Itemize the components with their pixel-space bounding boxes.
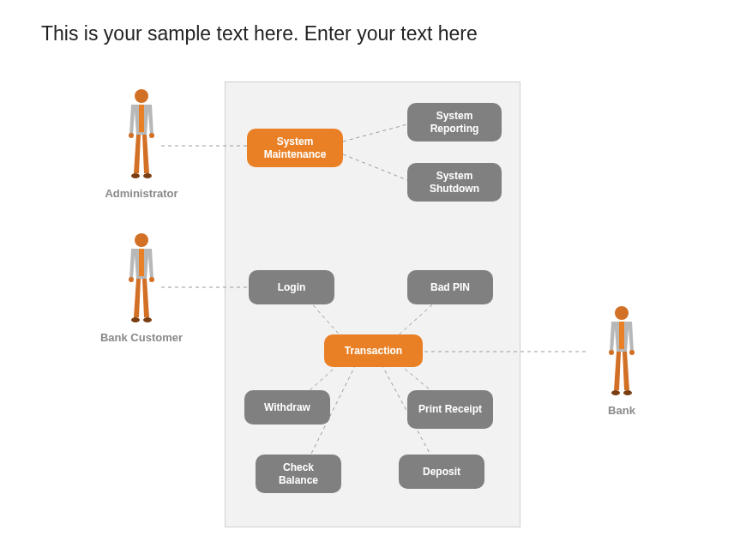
- node-transaction: Transaction: [324, 334, 423, 367]
- actor-label: Bank Customer: [94, 331, 189, 344]
- svg-point-20: [143, 317, 152, 322]
- node-check-balance: Check Balance: [256, 455, 341, 493]
- svg-point-19: [131, 317, 140, 322]
- svg-rect-18: [139, 249, 144, 276]
- person-icon: [121, 87, 162, 182]
- svg-rect-24: [619, 322, 624, 349]
- actor-administrator: Administrator: [94, 87, 189, 200]
- actor-bank-customer: Bank Customer: [94, 232, 189, 344]
- svg-point-26: [623, 390, 632, 395]
- svg-point-14: [143, 173, 152, 178]
- svg-point-28: [629, 350, 635, 355]
- node-deposit: Deposit: [399, 455, 484, 489]
- svg-point-17: [135, 233, 148, 247]
- node-print-receipt: Print Receipt: [407, 390, 493, 429]
- actor-bank: Bank: [575, 304, 669, 417]
- svg-point-25: [611, 390, 620, 395]
- svg-point-21: [129, 277, 134, 282]
- person-icon: [601, 304, 642, 399]
- actor-label: Administrator: [94, 187, 189, 200]
- svg-point-15: [129, 133, 134, 138]
- svg-point-23: [615, 306, 629, 320]
- svg-point-22: [149, 277, 154, 282]
- node-system-shutdown: System Shutdown: [407, 163, 502, 202]
- page-title: This is your sample text here. Enter you…: [41, 22, 478, 45]
- svg-point-27: [609, 350, 614, 355]
- person-icon: [121, 232, 162, 326]
- node-bad-pin: Bad PIN: [407, 270, 493, 304]
- node-system-reporting: System Reporting: [407, 103, 502, 142]
- svg-point-13: [131, 173, 140, 178]
- node-withdraw: Withdraw: [244, 390, 330, 425]
- actor-label: Bank: [575, 404, 669, 417]
- svg-rect-12: [139, 105, 144, 132]
- node-system-maintenance: System Maintenance: [247, 129, 343, 167]
- node-login: Login: [249, 270, 334, 304]
- svg-point-16: [149, 133, 154, 138]
- svg-point-11: [135, 89, 148, 103]
